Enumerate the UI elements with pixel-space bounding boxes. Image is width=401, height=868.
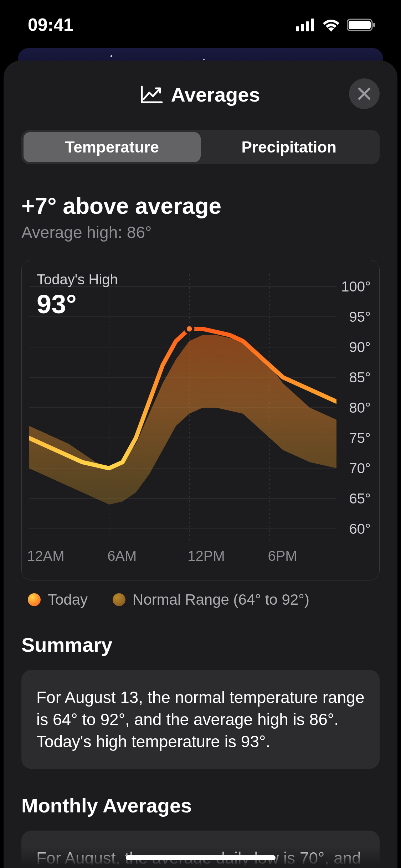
svg-rect-6 [373, 23, 375, 27]
chart-badge-value: 93° [37, 289, 118, 319]
legend-item-today: Today [28, 591, 88, 608]
summary-box: For August 13, the normal temperature ra… [21, 670, 380, 769]
close-button[interactable] [349, 78, 380, 109]
y-tick: 70° [349, 460, 371, 476]
y-tick: 90° [349, 339, 371, 355]
svg-rect-5 [349, 21, 371, 29]
segment-precipitation[interactable]: Precipitation [201, 132, 378, 162]
y-tick: 75° [349, 430, 371, 446]
monthly-title: Monthly Averages [21, 794, 380, 817]
y-tick: 100° [341, 279, 371, 295]
legend-label-range: Normal Range (64° to 92°) [133, 591, 309, 608]
segmented-control: Temperature Precipitation [21, 130, 380, 164]
headline: +7° above average Average high: 86° [21, 193, 380, 242]
chart-trend-icon [141, 86, 163, 103]
chart-badge: Today's High 93° [37, 272, 118, 319]
status-indicators [296, 18, 376, 32]
y-tick: 95° [349, 309, 371, 325]
legend-item-range: Normal Range (64° to 92°) [113, 591, 309, 608]
battery-icon [347, 18, 376, 32]
monthly-box: For August, the average daily low is 70°… [21, 831, 380, 868]
chart-badge-label: Today's High [37, 272, 118, 288]
x-tick: 12AM [27, 548, 65, 564]
svg-point-20 [185, 325, 193, 333]
cellular-icon [296, 19, 315, 31]
home-indicator[interactable] [126, 855, 276, 860]
segment-temperature[interactable]: Temperature [24, 132, 201, 162]
svg-rect-3 [311, 19, 314, 31]
legend-swatch-range-icon [113, 593, 125, 606]
svg-rect-0 [296, 26, 299, 31]
x-tick: 6PM [268, 548, 297, 564]
headline-sub: Average high: 86° [21, 223, 380, 242]
chart-y-axis: 100°95°90°85°80°75°70°65°60° [336, 274, 375, 541]
sheet-title-group: Averages [141, 83, 260, 106]
close-icon [357, 87, 371, 101]
y-tick: 85° [349, 370, 371, 386]
chart-x-axis: 12AM6AM12PM6PM [29, 548, 336, 569]
headline-main: +7° above average [21, 193, 380, 219]
legend-swatch-today-icon [28, 593, 41, 606]
averages-sheet: Averages Temperature Precipitation +7° a… [4, 61, 397, 868]
svg-rect-1 [301, 24, 304, 31]
y-tick: 60° [349, 521, 371, 537]
x-tick: 6AM [107, 548, 137, 564]
wifi-icon [322, 18, 340, 32]
legend-label-today: Today [48, 591, 88, 608]
y-tick: 80° [349, 400, 371, 416]
chart-legend: Today Normal Range (64° to 92°) [21, 591, 380, 608]
sheet-title: Averages [171, 83, 260, 106]
chart-card: Today's High 93° 100°95°90°85°80°75°70°6… [21, 260, 380, 580]
y-tick: 65° [349, 491, 371, 507]
status-time: 09:41 [28, 15, 73, 35]
sheet-header: Averages [21, 75, 380, 114]
summary-title: Summary [21, 633, 380, 656]
x-tick: 12PM [187, 548, 225, 564]
svg-rect-2 [306, 21, 309, 31]
status-bar: 09:41 [0, 0, 401, 50]
